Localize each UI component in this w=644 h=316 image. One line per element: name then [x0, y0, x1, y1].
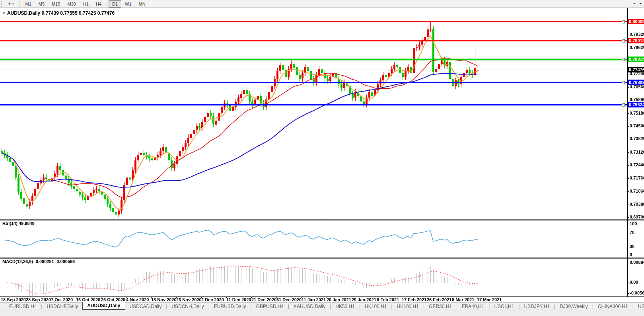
symbol-tab-uk100-h1[interactable]: UK100,H1: [393, 303, 423, 310]
symbol-tab-audusd-daily[interactable]: AUDUSD,Daily: [82, 302, 125, 310]
symbol-period-label: AUDUSD,Daily: [7, 10, 40, 16]
price-axis-tick: 0.73820: [630, 136, 644, 141]
date-axis-label: 21 Dec 2020: [251, 297, 276, 302]
symbol-tab-china300-h1[interactable]: CHINA300,H1: [593, 303, 632, 310]
toolbar: + ▾ M1M5M15M30H1H4D1W1MN: [0, 0, 644, 8]
price-axis-tick: 0.71760: [630, 176, 644, 180]
toolbar-separator: [107, 1, 107, 7]
macd-axis-tick: 0.00: [630, 280, 638, 285]
price-axis-tick: 0.73120: [630, 150, 644, 154]
symbol-tab-xauusd-daily[interactable]: XAUUSD,Daily: [289, 303, 330, 310]
date-axis-label: 17 Feb 2021: [402, 297, 426, 302]
price-axis-tick: 0.70380: [630, 202, 644, 207]
toolbar-grip[interactable]: [19, 1, 20, 7]
price-axis-tick: 0.75880: [630, 97, 644, 102]
symbol-tab-usdchf-daily[interactable]: USDCHF,Daily: [42, 303, 82, 310]
date-axis-label: 11 Jan 2021: [302, 297, 326, 302]
chart-title: ▼AUDUSD,Daily 0.77439 0.77555 0.77425 0.…: [2, 10, 115, 16]
symbol-tab-usoil[interactable]: USOil: [634, 303, 644, 310]
level-price-badge: 0.78014: [628, 57, 644, 62]
symbol-tab-eurusd-daily[interactable]: EURUSD,Daily: [210, 303, 251, 310]
price-chart-canvas[interactable]: [0, 0, 644, 316]
macd-label: MACD(12,26,9) -0.000281 -0.000566: [2, 259, 75, 264]
rsi-axis-tick: 30: [630, 244, 634, 249]
date-axis-label: 20 Jan 2021: [327, 297, 351, 302]
timeframe-button-m1[interactable]: M1: [22, 0, 35, 8]
date-axis-label: 8 Mar 2021: [452, 297, 474, 302]
current-price-badge: 0.77476: [628, 67, 644, 72]
level-price-badge: 0.80009: [628, 19, 644, 24]
level-price-badge: 0.75624: [628, 102, 644, 107]
macd-axis-tick: -0.005651: [630, 291, 644, 295]
symbol-tabbar: EURUSD,H4|USDCHF,DailyAUDUSD,DailyUSDCAD…: [0, 302, 644, 310]
timeframe-button-mn[interactable]: MN: [135, 0, 149, 8]
price-axis-tick: 0.75180: [630, 111, 644, 115]
date-axis-label: 4 Nov 2020: [126, 297, 149, 302]
mt4-window: + ▾ M1M5M15M30H1H4D1W1MN ▼AUDUSD,Daily 0…: [0, 0, 644, 316]
symbol-tab-gbpusd-h4[interactable]: GBPUSD,H4: [252, 303, 288, 310]
price-axis-tick: 0.79320: [630, 32, 644, 37]
price-axis-tick: 0.72440: [630, 162, 644, 167]
timeframe-button-h1[interactable]: H1: [80, 0, 92, 8]
date-axis-label: 11 Dec 2020: [226, 297, 251, 302]
level-price-badge: 0.76809: [628, 80, 644, 85]
symbol-tab-eurusd-h4[interactable]: EURUSD,H4: [5, 303, 41, 310]
date-axis-label: 23 Nov 2020: [176, 297, 202, 302]
date-axis-label: 7 Oct 2020: [51, 297, 73, 302]
price-axis-tick: 0.78620: [630, 45, 644, 50]
date-axis-label: 29 Jan 2021: [352, 297, 376, 302]
toolbar-separator: [151, 1, 151, 7]
symbol-tab-fra40-h1[interactable]: FRA40,H1: [457, 303, 488, 310]
timeframe-button-m5[interactable]: M5: [35, 0, 48, 8]
status-strip: [0, 310, 644, 316]
price-axis-tick: 0.71060: [630, 189, 644, 193]
date-axis-label: 2 Dec 2020: [201, 297, 224, 302]
date-axis-label: 13 Nov 2020: [151, 297, 177, 302]
timeframe-button-h4[interactable]: H4: [92, 0, 105, 8]
timeframe-button-w1[interactable]: W1: [121, 0, 135, 8]
timeframe-button-m30[interactable]: M30: [64, 0, 80, 8]
symbol-tab-usdjpy-h1[interactable]: USDJPY,H1: [520, 303, 554, 310]
date-axis-label: 26 Feb 2021: [427, 297, 451, 302]
date-axis-label: 17 Mar 2021: [477, 297, 502, 302]
symbol-tab-usdcnh-daily[interactable]: USDCNH,Daily: [167, 303, 208, 310]
ohlc-values: 0.77439 0.77555 0.77425 0.77476: [42, 10, 115, 16]
rsi-label: RSI(14) 49.8849: [2, 221, 35, 226]
date-axis-label: 8 Feb 2021: [377, 297, 399, 302]
symbol-tab-usdcad-daily[interactable]: USDCAD,Daily: [125, 303, 166, 310]
rsi-axis-tick: 100: [630, 221, 637, 226]
timeframe-button-m15[interactable]: M15: [48, 0, 64, 8]
tab-scroll-left-icon[interactable]: ◂: [633, 1, 635, 5]
symbol-tab-hk50-h1[interactable]: HK50,H1: [331, 303, 359, 310]
macd-axis-tick: 0.00884: [630, 260, 644, 265]
date-axis-label: 18 Sep 2020: [1, 297, 26, 302]
cursor-tool-button[interactable]: + ▾: [4, 0, 18, 8]
date-axis-label: 31 Dec 2020: [276, 297, 302, 302]
symbol-tab-uk100-h1[interactable]: UK100,H1: [360, 303, 391, 310]
symbol-tab-usoil-h1[interactable]: USOil,H1: [490, 303, 518, 310]
price-axis-tick: 0.69700: [630, 215, 644, 219]
collapse-triangle-icon[interactable]: ▼: [2, 12, 6, 15]
chevron-down-icon: ▾: [12, 2, 14, 6]
symbol-tab-ger30-h1[interactable]: GER30,H1: [424, 303, 456, 310]
level-price-badge: 0.79012: [628, 38, 644, 43]
symbol-tab-dj30-weekly[interactable]: DJ30,Weekly: [555, 303, 592, 310]
price-axis-tick: 0.74500: [630, 123, 644, 128]
timeframe-button-d1[interactable]: D1: [109, 0, 121, 8]
date-axis-label: 28 Sep 2020: [26, 297, 51, 302]
rsi-axis-tick: 70: [630, 230, 634, 235]
tab-scroll-right-icon[interactable]: ▸: [640, 1, 642, 5]
rsi-axis-tick: 0: [630, 252, 632, 257]
crosshair-icon: +: [8, 1, 11, 7]
toolbar-grip[interactable]: [1, 1, 3, 7]
